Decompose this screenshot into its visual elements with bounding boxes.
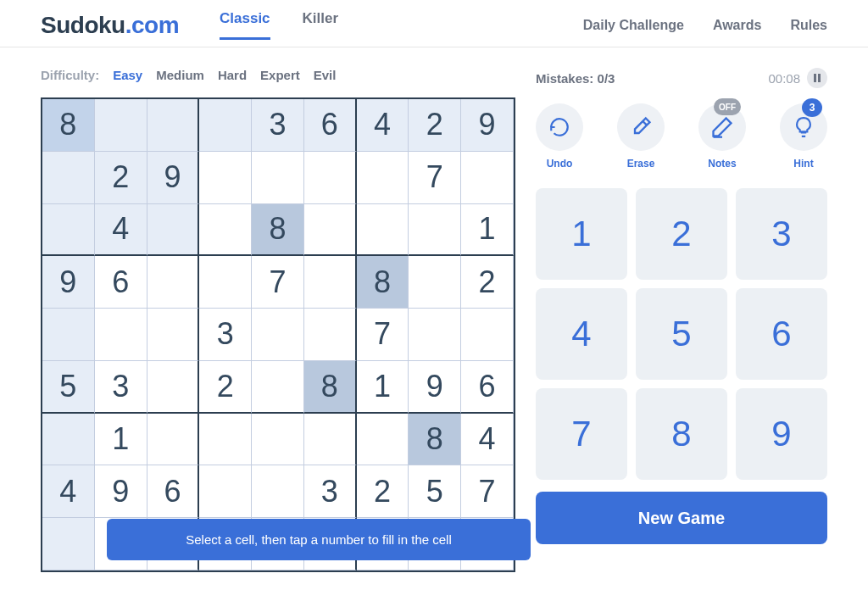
cell-0-1[interactable]: [95, 99, 147, 152]
cell-7-7[interactable]: 5: [409, 465, 461, 518]
cell-6-5[interactable]: [304, 414, 357, 466]
numpad-5[interactable]: 5: [636, 288, 727, 380]
cell-1-0[interactable]: [42, 152, 95, 204]
sudoku-board[interactable]: 752369448169182357328769184792924638 Sel…: [41, 97, 515, 572]
cell-3-5[interactable]: [304, 256, 357, 309]
cell-3-2[interactable]: [147, 256, 200, 309]
cell-4-1[interactable]: [95, 309, 147, 361]
erase-button[interactable]: Erase: [617, 103, 665, 170]
cell-0-7[interactable]: 2: [409, 99, 461, 152]
cell-2-3[interactable]: [199, 204, 252, 257]
cell-4-3[interactable]: 3: [199, 309, 252, 361]
cell-7-2[interactable]: 6: [147, 465, 200, 518]
numpad-7[interactable]: 7: [536, 388, 627, 480]
nav-tab-killer[interactable]: Killer: [303, 10, 339, 40]
cell-1-5[interactable]: [304, 152, 357, 204]
cell-8-0[interactable]: [42, 518, 95, 570]
numpad-3[interactable]: 3: [736, 188, 827, 280]
difficulty-easy[interactable]: Easy: [113, 68, 142, 82]
cell-6-1[interactable]: 1: [95, 414, 147, 466]
cell-4-8[interactable]: [461, 309, 514, 361]
numpad-6[interactable]: 6: [736, 288, 827, 380]
cell-2-2[interactable]: [147, 204, 200, 257]
cell-4-0[interactable]: [42, 309, 95, 361]
cell-7-0[interactable]: 4: [42, 465, 95, 518]
cell-4-4[interactable]: [252, 309, 304, 361]
cell-1-2[interactable]: 9: [147, 152, 200, 204]
cell-7-5[interactable]: 3: [304, 465, 357, 518]
cell-7-6[interactable]: 2: [357, 465, 409, 518]
cell-0-0[interactable]: 8: [42, 99, 95, 152]
numpad-8[interactable]: 8: [636, 388, 727, 480]
cell-3-7[interactable]: [409, 256, 461, 309]
cell-5-4[interactable]: [252, 361, 304, 414]
cell-0-6[interactable]: 4: [357, 99, 409, 152]
cell-0-2[interactable]: [147, 99, 200, 152]
undo-button[interactable]: Undo: [536, 103, 583, 170]
nav-link-rules[interactable]: Rules: [790, 18, 827, 33]
cell-7-1[interactable]: 9: [95, 465, 147, 518]
cell-6-7[interactable]: 8: [409, 414, 461, 466]
cell-3-3[interactable]: [199, 256, 252, 309]
cell-2-1[interactable]: 4: [95, 204, 147, 257]
cell-5-7[interactable]: 9: [409, 361, 461, 414]
cell-1-6[interactable]: [357, 152, 409, 204]
cell-2-0[interactable]: [42, 204, 95, 257]
difficulty-expert[interactable]: Expert: [260, 68, 300, 82]
cell-6-6[interactable]: [357, 414, 409, 466]
numpad-4[interactable]: 4: [536, 288, 627, 380]
cell-1-7[interactable]: 7: [409, 152, 461, 204]
cell-3-4[interactable]: 7: [252, 256, 304, 309]
cell-1-1[interactable]: 2: [95, 152, 147, 204]
cell-7-3[interactable]: [199, 465, 252, 518]
cell-1-3[interactable]: [199, 152, 252, 204]
cell-5-5[interactable]: 8: [304, 361, 357, 414]
cell-5-0[interactable]: 5: [42, 361, 95, 414]
difficulty-hard[interactable]: Hard: [218, 68, 247, 82]
numpad-9[interactable]: 9: [736, 388, 827, 480]
cell-5-1[interactable]: 3: [95, 361, 147, 414]
cell-4-2[interactable]: [147, 309, 200, 361]
cell-6-8[interactable]: 4: [461, 414, 514, 466]
difficulty-medium[interactable]: Medium: [156, 68, 204, 82]
numpad-1[interactable]: 1: [536, 188, 627, 280]
cell-7-4[interactable]: [252, 465, 304, 518]
cell-6-2[interactable]: [147, 414, 200, 466]
cell-2-8[interactable]: 1: [461, 204, 514, 257]
cell-5-6[interactable]: 1: [357, 361, 409, 414]
cell-6-4[interactable]: [252, 414, 304, 466]
new-game-button[interactable]: New Game: [536, 492, 827, 544]
numpad-2[interactable]: 2: [636, 188, 727, 280]
cell-5-8[interactable]: 6: [461, 361, 514, 414]
cell-5-2[interactable]: [147, 361, 200, 414]
nav-link-awards[interactable]: Awards: [713, 18, 762, 33]
difficulty-evil[interactable]: Evil: [314, 68, 337, 82]
logo[interactable]: Sudoku.com: [41, 12, 179, 39]
cell-0-5[interactable]: 6: [304, 99, 357, 152]
cell-2-5[interactable]: [304, 204, 357, 257]
cell-4-6[interactable]: 7: [357, 309, 409, 361]
cell-3-8[interactable]: 2: [461, 256, 514, 309]
cell-6-0[interactable]: [42, 414, 95, 466]
cell-4-5[interactable]: [304, 309, 357, 361]
cell-6-3[interactable]: [199, 414, 252, 466]
cell-1-4[interactable]: [252, 152, 304, 204]
cell-3-6[interactable]: 8: [357, 256, 409, 309]
cell-2-6[interactable]: [357, 204, 409, 257]
cell-1-8[interactable]: [461, 152, 514, 204]
hint-button[interactable]: 3 Hint: [780, 103, 827, 170]
cell-7-8[interactable]: 7: [461, 465, 514, 518]
pause-button[interactable]: [807, 68, 827, 88]
cell-5-3[interactable]: 2: [199, 361, 252, 414]
cell-2-7[interactable]: [409, 204, 461, 257]
cell-3-0[interactable]: 9: [42, 256, 95, 309]
cell-0-3[interactable]: [199, 99, 252, 152]
notes-button[interactable]: OFF Notes: [698, 103, 746, 170]
cell-3-1[interactable]: 6: [95, 256, 147, 309]
cell-2-4[interactable]: 8: [252, 204, 304, 257]
nav-tab-classic[interactable]: Classic: [220, 10, 270, 40]
cell-0-4[interactable]: 3: [252, 99, 304, 152]
cell-4-7[interactable]: [409, 309, 461, 361]
cell-0-8[interactable]: 9: [461, 99, 514, 152]
nav-link-daily-challenge[interactable]: Daily Challenge: [583, 18, 684, 33]
